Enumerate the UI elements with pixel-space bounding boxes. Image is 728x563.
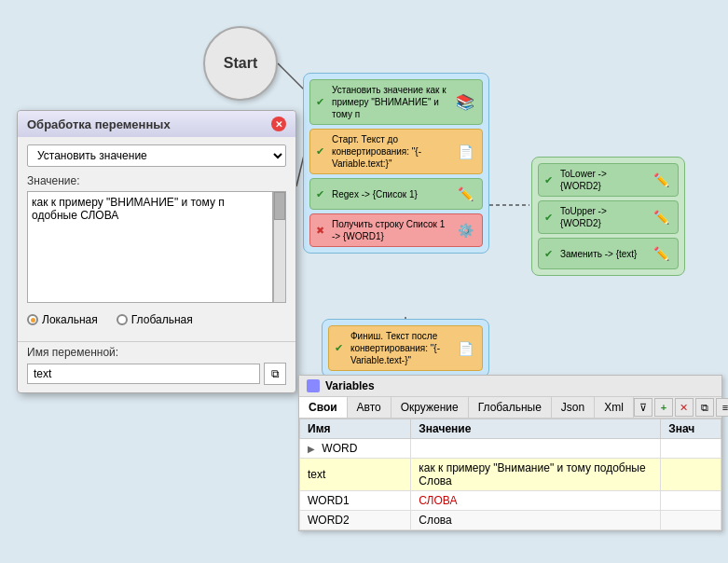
check-icon-3: ✔: [316, 188, 324, 200]
var-name-row: ⧉: [27, 363, 286, 385]
dialog-body: Установить значение Значение: Локальная …: [18, 137, 295, 341]
workflow-node-2[interactable]: ✔ Старт. Текст до конвертирования: "{-Va…: [309, 129, 483, 174]
copy-var-button[interactable]: ⧉: [264, 363, 286, 385]
scope-radio-row: Локальная Глобальная: [27, 313, 286, 326]
value-label: Значение:: [27, 174, 286, 187]
textarea-scrollbar[interactable]: [273, 191, 286, 303]
right-node-1[interactable]: ✔ ToLower -> {WORD2} ✏️: [538, 163, 679, 197]
value-textarea[interactable]: [27, 191, 273, 303]
more-button[interactable]: ≡: [716, 398, 728, 417]
finish-node[interactable]: ✔ Финиш. Текст после конвертирования: "{…: [322, 319, 489, 378]
dialog-title-bar[interactable]: Обработка переменных ✕: [18, 111, 295, 137]
local-radio-label[interactable]: Локальная: [27, 313, 98, 326]
dialog-bottom: Имя переменной: ⧉: [18, 341, 295, 392]
node4-text: Получить строку Список 1 -> {WORD1}: [332, 218, 448, 242]
tab-okruzhenie[interactable]: Окружение: [391, 397, 469, 418]
rnode3-text: Заменить -> {text}: [560, 248, 644, 260]
node3-text: Regex -> {Список 1}: [332, 188, 448, 200]
row-value-word: [411, 439, 661, 459]
col-value: Значение: [411, 419, 661, 439]
tab-avto[interactable]: Авто: [348, 397, 391, 418]
row-value-text: как к примеру "Внимание" и тому подобные…: [411, 459, 661, 491]
check-icon-r3: ✔: [544, 248, 553, 260]
page-icon-2: 📄: [454, 141, 476, 163]
variables-panel-header: Variables: [299, 376, 721, 397]
var-name-label: Имя переменной:: [27, 346, 286, 359]
pen-icon-3: ✏️: [454, 183, 476, 205]
page-icon-finish: 📄: [454, 337, 476, 360]
global-radio-text: Глобальная: [131, 313, 193, 326]
variables-toolbar: ⊽ + ✕ ⧉ ≡: [634, 398, 728, 417]
workflow-node-4[interactable]: ✖ Получить строку Список 1 -> {WORD1} ⚙️: [309, 213, 483, 247]
book-icon-1: 📚: [454, 91, 476, 114]
col-name: Имя: [300, 419, 411, 439]
textarea-wrapper: [27, 191, 286, 306]
right-nodes-group: ✔ ToLower -> {WORD2} ✏️ ✔ ToUpper -> {WO…: [531, 157, 685, 276]
x-icon-4: ✖: [316, 225, 324, 237]
check-icon-finish: ✔: [335, 342, 343, 354]
gear-icon-4: ⚙️: [454, 219, 476, 241]
row-name-word1: WORD1: [300, 491, 411, 511]
row-extra-word1: [661, 491, 721, 511]
check-icon-r2: ✔: [544, 212, 553, 224]
variables-panel: Variables Свои Авто Окружение Глобальные…: [298, 375, 722, 531]
expand-arrow-word: ▶: [308, 444, 315, 454]
rnode1-text: ToLower -> {WORD2}: [560, 168, 644, 192]
table-row[interactable]: WORD2 Слова: [300, 511, 721, 530]
dialog-close-button[interactable]: ✕: [271, 117, 286, 131]
pen-icon-r3: ✏️: [650, 242, 672, 265]
local-radio-text: Локальная: [42, 313, 98, 326]
var-name-input[interactable]: [27, 364, 260, 384]
workflow-node-1[interactable]: ✔ Установить значение как к примеру "ВНИ…: [309, 79, 483, 125]
delete-button[interactable]: ✕: [675, 398, 694, 417]
row-name-word2: WORD2: [300, 511, 411, 530]
row-value-word2: Слова: [411, 511, 661, 530]
variable-dialog: Обработка переменных ✕ Установить значен…: [17, 110, 296, 393]
check-icon-r1: ✔: [544, 174, 553, 186]
filter-button[interactable]: ⊽: [634, 398, 652, 417]
pen-icon-r2: ✏️: [650, 206, 672, 228]
local-radio-dot[interactable]: [27, 314, 38, 325]
node1-text: Установить значение как к примеру "ВНИМА…: [332, 84, 448, 120]
col-extra: Знач: [661, 419, 721, 439]
variables-table: Имя Значение Знач ▶ WORD: [299, 419, 721, 530]
workflow-node-3[interactable]: ✔ Regex -> {Список 1} ✏️: [309, 178, 483, 210]
right-node-2[interactable]: ✔ ToUpper -> {WORD2} ✏️: [538, 200, 679, 234]
add-button[interactable]: +: [654, 398, 673, 417]
tab-globalnie[interactable]: Глобальные: [469, 397, 552, 418]
node2-text: Старт. Текст до конвертирования: "{-Vari…: [332, 133, 448, 170]
copy-button[interactable]: ⧉: [695, 398, 714, 417]
check-icon-2: ✔: [316, 145, 324, 158]
scrollbar-thumb: [274, 192, 285, 220]
start-node[interactable]: Start: [203, 26, 278, 101]
row-extra-word: [661, 439, 721, 459]
dialog-title-text: Обработка переменных: [27, 117, 171, 131]
table-row[interactable]: text как к примеру "Внимание" и тому под…: [300, 459, 721, 491]
pen-icon-r1: ✏️: [650, 169, 672, 191]
global-radio-dot[interactable]: [117, 314, 128, 325]
rnode2-text: ToUpper -> {WORD2}: [560, 205, 644, 229]
tab-json[interactable]: Json: [552, 397, 595, 418]
row-name-text: text: [300, 459, 411, 491]
variables-icon: [307, 379, 320, 392]
row-name-word: ▶ WORD: [300, 439, 411, 459]
tab-svoi[interactable]: Свои: [299, 397, 348, 418]
action-select[interactable]: Установить значение: [27, 144, 286, 167]
copy-icon: ⧉: [271, 367, 280, 380]
table-row[interactable]: ▶ WORD: [300, 439, 721, 459]
row-extra-text: [661, 459, 721, 491]
workflow-nodes-group: ✔ Установить значение как к примеру "ВНИ…: [303, 73, 489, 254]
right-node-3[interactable]: ✔ Заменить -> {text} ✏️: [538, 238, 679, 269]
variables-title: Variables: [325, 379, 375, 392]
tab-xml[interactable]: Xml: [595, 397, 634, 418]
row-value-word1: СЛОВА: [411, 491, 661, 511]
finish-node-inner[interactable]: ✔ Финиш. Текст после конвертирования: "{…: [328, 325, 483, 371]
finish-node-text: Финиш. Текст после конвертирования: "{-V…: [350, 330, 448, 366]
variables-tabs: Свои Авто Окружение Глобальные Json Xml …: [299, 397, 721, 419]
row-extra-word2: [661, 511, 721, 530]
global-radio-label[interactable]: Глобальная: [117, 313, 193, 326]
start-label: Start: [224, 55, 257, 72]
table-row[interactable]: WORD1 СЛОВА: [300, 491, 721, 511]
check-icon-1: ✔: [316, 96, 324, 108]
